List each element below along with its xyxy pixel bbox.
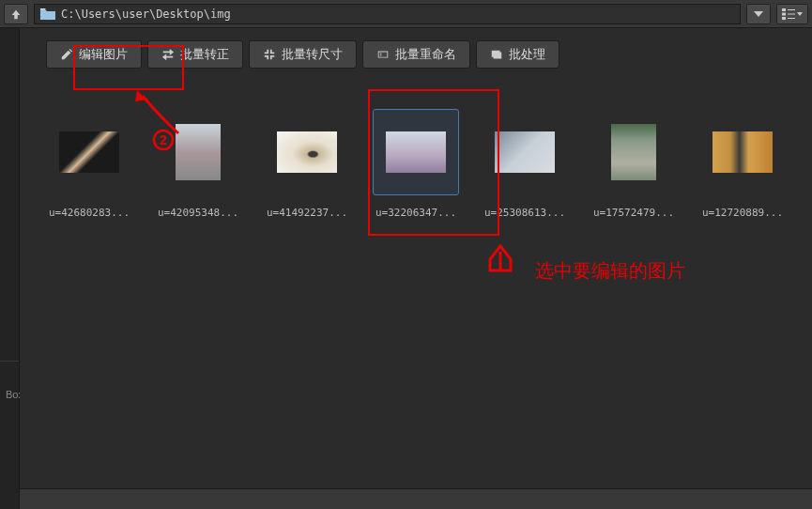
thumbnail-label: u=42095348... bbox=[151, 207, 245, 219]
thumbnail-image bbox=[611, 124, 656, 180]
thumbnail-item[interactable]: u=25308613... bbox=[478, 109, 572, 219]
svg-rect-1 bbox=[788, 9, 795, 10]
resize-icon bbox=[263, 48, 276, 61]
thumbnail-frame bbox=[155, 109, 241, 195]
thumbnail-item[interactable]: u=32206347... bbox=[369, 109, 463, 219]
thumbnail-frame bbox=[46, 109, 132, 195]
thumbnail-item[interactable]: u=42680283... bbox=[42, 109, 136, 219]
thumbnail-frame bbox=[373, 109, 459, 195]
thumbnail-label: u=41492237... bbox=[260, 207, 354, 219]
svg-rect-2 bbox=[782, 12, 786, 15]
thumbnail-label: u=17572479... bbox=[587, 207, 681, 219]
thumbnail-image bbox=[495, 131, 555, 173]
sidebar: Box bbox=[0, 28, 20, 509]
convert-icon bbox=[161, 48, 175, 61]
thumbnail-label: u=12720889... bbox=[696, 207, 789, 219]
process-icon bbox=[490, 48, 503, 61]
thumbnail-image bbox=[712, 131, 773, 173]
thumbnail-item[interactable]: u=17572479... bbox=[587, 109, 681, 219]
thumbnail-image bbox=[59, 131, 119, 173]
batch-process-label: 批处理 bbox=[509, 46, 545, 63]
top-bar: C:\Users\user\Desktop\img bbox=[0, 0, 812, 28]
thumbnail-label: u=42680283... bbox=[42, 207, 136, 219]
thumbnail-item[interactable]: u=42095348... bbox=[151, 109, 245, 219]
pencil-icon bbox=[60, 48, 73, 61]
edit-image-label: 编辑图片 bbox=[79, 46, 128, 63]
batch-process-button[interactable]: 批处理 bbox=[476, 40, 559, 69]
sidebar-divider bbox=[0, 361, 19, 362]
svg-rect-4 bbox=[782, 17, 786, 20]
batch-rename-label: 批量重命名 bbox=[395, 46, 456, 63]
batch-resize-label: 批量转尺寸 bbox=[282, 46, 343, 63]
path-bar[interactable]: C:\Users\user\Desktop\img bbox=[34, 4, 741, 24]
svg-rect-3 bbox=[788, 13, 795, 14]
batch-convert-label: 批量转正 bbox=[180, 46, 229, 63]
thumbnail-image bbox=[386, 131, 446, 173]
up-button[interactable] bbox=[4, 4, 28, 24]
status-bar bbox=[20, 488, 812, 509]
thumbnail-label: u=32206347... bbox=[369, 207, 463, 219]
thumbnail-image bbox=[176, 124, 221, 180]
thumbnail-image bbox=[277, 131, 337, 173]
folder-icon bbox=[40, 8, 55, 21]
svg-rect-5 bbox=[788, 18, 795, 19]
batch-resize-button[interactable]: 批量转尺寸 bbox=[249, 40, 357, 69]
thumbnail-item[interactable]: u=41492237... bbox=[260, 109, 354, 219]
main-area: Box 编辑图片 批量转正 批量转尺寸 批量重命名 批处理 bbox=[0, 28, 812, 509]
path-dropdown[interactable] bbox=[746, 4, 771, 24]
thumbnail-frame bbox=[699, 109, 786, 195]
svg-rect-0 bbox=[782, 8, 786, 11]
batch-rename-button[interactable]: 批量重命名 bbox=[362, 40, 470, 69]
path-text: C:\Users\user\Desktop\img bbox=[61, 8, 231, 21]
thumbnail-label: u=25308613... bbox=[478, 207, 572, 219]
thumbnail-item[interactable]: u=12720889... bbox=[696, 109, 789, 219]
toolbar: 编辑图片 批量转正 批量转尺寸 批量重命名 批处理 bbox=[20, 28, 812, 81]
thumbnail-frame bbox=[264, 109, 350, 195]
edit-image-button[interactable]: 编辑图片 bbox=[46, 40, 142, 69]
content-area: 编辑图片 批量转正 批量转尺寸 批量重命名 批处理 u=42680283...u… bbox=[20, 28, 812, 509]
view-options-button[interactable] bbox=[776, 4, 808, 24]
batch-convert-button[interactable]: 批量转正 bbox=[147, 40, 243, 69]
rename-icon bbox=[376, 48, 390, 61]
thumbnail-frame bbox=[590, 109, 677, 195]
thumbnail-grid: u=42680283...u=42095348...u=41492237...u… bbox=[20, 81, 812, 247]
thumbnail-frame bbox=[482, 109, 568, 195]
